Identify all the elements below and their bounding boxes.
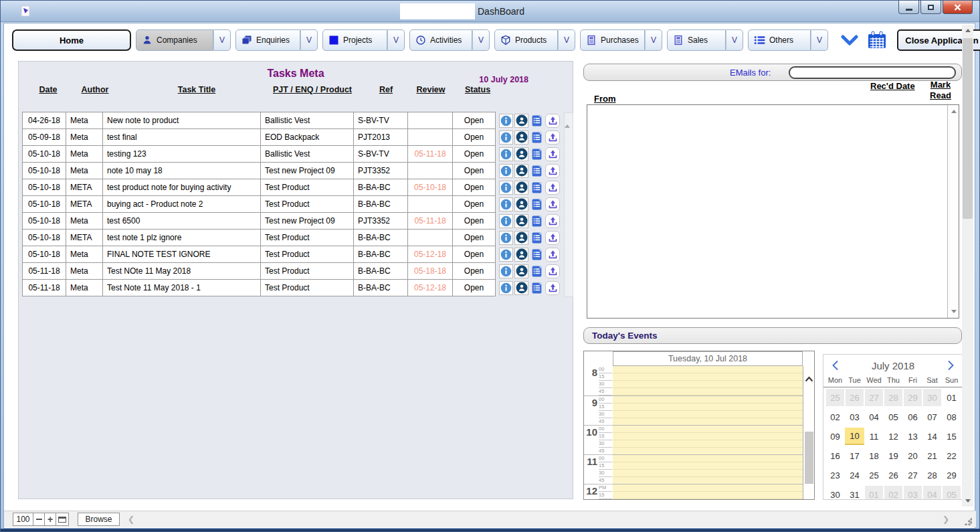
chevron-down-icon[interactable]	[841, 35, 858, 46]
notes-icon[interactable]	[530, 147, 544, 161]
calendar-day[interactable]: 31	[845, 486, 864, 500]
calendar-day[interactable]: 22	[942, 447, 961, 464]
calendar-day[interactable]: 12	[884, 428, 903, 445]
contact-icon[interactable]	[514, 114, 528, 128]
contact-icon[interactable]	[514, 214, 528, 228]
table-row[interactable]: 05-10-18Metanote 10 may 18Test new Proje…	[23, 162, 560, 179]
info-icon[interactable]	[499, 164, 513, 178]
contact-icon[interactable]	[514, 181, 528, 195]
column-header-ref[interactable]: Ref	[379, 85, 393, 94]
calendar-day[interactable]: 06	[903, 408, 922, 426]
resize-grip[interactable]	[964, 517, 972, 525]
calendar-day[interactable]: 01	[942, 389, 961, 406]
notes-icon[interactable]	[530, 264, 544, 278]
zoom-level[interactable]: 100	[13, 513, 33, 526]
calendar-day[interactable]: 02	[884, 486, 902, 500]
contact-icon[interactable]	[514, 248, 528, 262]
scroll-up-icon[interactable]	[949, 106, 959, 116]
calendar-day[interactable]: 07	[922, 408, 942, 426]
calendar-day[interactable]: 26	[884, 466, 903, 484]
hour-row[interactable]: 12PM153045	[584, 484, 803, 500]
upload-icon[interactable]	[545, 147, 560, 161]
notes-icon[interactable]	[530, 114, 544, 128]
notes-icon[interactable]	[530, 181, 544, 195]
upload-icon[interactable]	[545, 181, 560, 195]
activities-button[interactable]: Activities	[409, 29, 472, 51]
table-row[interactable]: 05-10-18MetaFINAL NOTE TEST IGNORETest P…	[23, 246, 560, 263]
calendar-day[interactable]: 25	[864, 466, 884, 484]
notes-icon[interactable]	[530, 248, 544, 262]
fit-window-button[interactable]	[56, 513, 69, 526]
calendar-day[interactable]: 03	[904, 486, 922, 500]
contact-icon[interactable]	[514, 231, 528, 245]
upload-icon[interactable]	[545, 281, 560, 295]
calendar-day[interactable]: 19	[884, 447, 903, 464]
calendar-day[interactable]: 29	[942, 466, 961, 484]
scroll-up-icon[interactable]	[962, 25, 973, 36]
activities-dropdown-button[interactable]: V	[472, 29, 490, 51]
projects-dropdown-button[interactable]: V	[387, 29, 405, 51]
calendar-day[interactable]: 30	[825, 486, 845, 500]
emails-for-input[interactable]	[789, 66, 956, 79]
hour-row[interactable]: 800153045	[584, 366, 803, 395]
calendar-day[interactable]: 27	[865, 389, 883, 406]
table-row[interactable]: 05-10-18METAbuying act - Product note 2T…	[23, 195, 560, 213]
emails-recd-date-header[interactable]: Rec'd Date	[870, 81, 915, 91]
companies-dropdown-button[interactable]: V	[213, 29, 231, 51]
table-row[interactable]: 05-10-18Metatesting 123Ballistic VestS-B…	[23, 145, 560, 163]
calendar-day[interactable]: 05	[943, 486, 961, 500]
calendar-day[interactable]: 14	[922, 428, 942, 445]
maximize-button[interactable]	[920, 1, 941, 14]
calendar-day[interactable]: 24	[845, 466, 864, 484]
hour-row[interactable]: 1100153045	[584, 454, 803, 484]
upload-icon[interactable]	[545, 248, 560, 262]
scrollbar-thumb[interactable]	[805, 432, 813, 484]
info-icon[interactable]	[499, 147, 513, 161]
view-mode[interactable]: Browse	[78, 513, 120, 526]
calendar-day[interactable]: 28	[884, 389, 902, 406]
scrollbar-thumb[interactable]	[963, 38, 973, 219]
enquiries-dropdown-button[interactable]: V	[300, 29, 318, 51]
notes-icon[interactable]	[530, 281, 544, 295]
hour-row[interactable]: 900153045	[584, 395, 803, 425]
products-button[interactable]: Products	[494, 29, 558, 51]
calendar-prev-icon[interactable]	[831, 360, 839, 373]
info-icon[interactable]	[499, 130, 513, 145]
info-icon[interactable]	[499, 214, 513, 228]
calendar-next-icon[interactable]	[947, 360, 955, 373]
info-icon[interactable]	[499, 197, 513, 211]
upload-icon[interactable]	[545, 197, 560, 211]
table-row[interactable]: 05-10-18METAtest note 1 plz ignoreTest P…	[23, 229, 560, 246]
notes-icon[interactable]	[530, 231, 544, 245]
calendar-day[interactable]: 29	[904, 389, 922, 406]
info-icon[interactable]	[499, 248, 513, 262]
upload-icon[interactable]	[545, 231, 560, 245]
day-schedule-grid[interactable]: 8001530459001530451000153045110015304512…	[584, 366, 803, 500]
zoom-in-button[interactable]: +	[44, 513, 56, 526]
table-row[interactable]: 05-09-18Metatest finalEOD BackpackPJT201…	[23, 128, 560, 146]
notes-icon[interactable]	[530, 164, 544, 178]
purchases-dropdown-button[interactable]: V	[645, 29, 662, 51]
calendar-day[interactable]: 03	[845, 408, 864, 426]
sales-button[interactable]: Sales	[667, 29, 726, 51]
hscroll-left-icon[interactable]: ❮	[128, 515, 134, 524]
calendar-day[interactable]: 04	[923, 486, 941, 500]
day-schedule[interactable]: Tuesday, 10 Jul 2018 8001530459001530451…	[583, 351, 815, 500]
close-button[interactable]	[943, 1, 973, 14]
hour-row[interactable]: 1000153045	[584, 425, 803, 454]
notes-icon[interactable]	[530, 197, 544, 211]
scroll-down-icon[interactable]	[949, 306, 959, 317]
emails-list[interactable]	[587, 104, 959, 319]
emails-mark-read-header[interactable]: Mark Read	[922, 80, 959, 101]
contact-icon[interactable]	[514, 281, 528, 295]
others-button[interactable]: Others	[748, 29, 811, 51]
contact-icon[interactable]	[514, 130, 528, 145]
table-row[interactable]: 05-10-18Metatest 6500Test new Project 09…	[23, 212, 560, 230]
products-dropdown-button[interactable]: V	[558, 29, 575, 51]
calendar-day-today[interactable]: 10	[845, 428, 864, 445]
calendar-day[interactable]: 13	[903, 428, 922, 445]
column-header-review[interactable]: Review	[416, 85, 445, 94]
calendar-day[interactable]: 20	[903, 447, 922, 464]
minimize-button[interactable]	[898, 1, 919, 14]
projects-button[interactable]: Projects	[322, 29, 387, 51]
